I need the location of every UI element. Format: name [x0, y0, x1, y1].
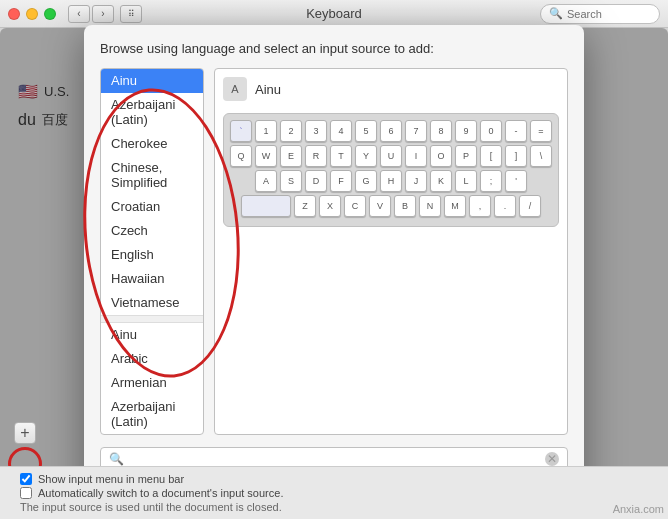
- kb-key: W: [255, 145, 277, 167]
- kb-key: 4: [330, 120, 352, 142]
- modal-body: Ainu Azerbaijani (Latin) Cherokee Chines…: [100, 68, 568, 435]
- kb-key: G: [355, 170, 377, 192]
- kb-key: J: [405, 170, 427, 192]
- kb-key: T: [330, 145, 352, 167]
- kb-key: K: [430, 170, 452, 192]
- kb-key: `: [230, 120, 252, 142]
- add-input-source-button[interactable]: +: [14, 422, 36, 444]
- auto-switch-checkbox[interactable]: [20, 487, 32, 499]
- forward-button[interactable]: ›: [92, 5, 114, 23]
- language-list-container: Ainu Azerbaijani (Latin) Cherokee Chines…: [100, 68, 204, 435]
- kb-key: [241, 195, 291, 217]
- main-content: 🇺🇸 U.S. du 百度 Browse using language and …: [0, 28, 668, 519]
- language-list[interactable]: Ainu Azerbaijani (Latin) Cherokee Chines…: [101, 69, 203, 434]
- show-input-menu-checkbox[interactable]: [20, 473, 32, 485]
- kb-key: .: [494, 195, 516, 217]
- kb-key: R: [305, 145, 327, 167]
- kb-key: L: [455, 170, 477, 192]
- kb-key: X: [319, 195, 341, 217]
- show-input-menu-label: Show input menu in menu bar: [38, 473, 184, 485]
- list-item[interactable]: Armenian: [101, 371, 203, 395]
- modal-search-input[interactable]: [128, 452, 545, 466]
- kb-key: H: [380, 170, 402, 192]
- kb-key: 7: [405, 120, 427, 142]
- list-item[interactable]: Czech: [101, 219, 203, 243]
- traffic-lights: [8, 8, 56, 20]
- watermark: Anxia.com: [613, 503, 664, 515]
- input-source-item[interactable]: A Ainu: [223, 77, 559, 101]
- maximize-button[interactable]: [44, 8, 56, 20]
- kb-key: ,: [469, 195, 491, 217]
- kb-key: 8: [430, 120, 452, 142]
- list-item[interactable]: Cherokee: [101, 132, 203, 156]
- grid-button[interactable]: ⠿: [120, 5, 142, 23]
- search-input[interactable]: [567, 8, 647, 20]
- minimize-button[interactable]: [26, 8, 38, 20]
- list-item[interactable]: Ainu: [101, 323, 203, 347]
- kb-key: /: [519, 195, 541, 217]
- kb-key: 2: [280, 120, 302, 142]
- search-icon: 🔍: [109, 452, 124, 466]
- keyboard-row-numbers: ` 1 2 3 4 5 6 7 8 9 0 - =: [230, 120, 552, 142]
- list-item[interactable]: Arabic: [101, 347, 203, 371]
- list-item[interactable]: Ainu: [101, 69, 203, 93]
- add-input-source-modal: Browse using language and select an inpu…: [84, 25, 584, 519]
- input-source-label: Ainu: [255, 82, 281, 97]
- list-item[interactable]: Hawaiian: [101, 267, 203, 291]
- kb-key: F: [330, 170, 352, 192]
- clear-search-button[interactable]: ✕: [545, 452, 559, 466]
- kb-key: =: [530, 120, 552, 142]
- list-item[interactable]: Azerbaijani (Latin): [101, 93, 203, 132]
- checkbox-row-1: Show input menu in menu bar: [20, 473, 648, 485]
- list-item[interactable]: English: [101, 243, 203, 267]
- kb-key: 0: [480, 120, 502, 142]
- kb-key: B: [394, 195, 416, 217]
- keyboard-row-qwerty: Q W E R T Y U I O P [ ] \: [230, 145, 552, 167]
- kb-key: D: [305, 170, 327, 192]
- keyboard-row-zxcv: Z X C V B N M , . /: [230, 195, 552, 217]
- kb-key: Y: [355, 145, 377, 167]
- kb-key: Q: [230, 145, 252, 167]
- titlebar: ‹ › ⠿ Keyboard 🔍: [0, 0, 668, 28]
- search-box[interactable]: 🔍: [540, 4, 660, 24]
- search-icon: 🔍: [549, 7, 563, 20]
- kb-key: A: [255, 170, 277, 192]
- kb-key: [: [480, 145, 502, 167]
- kb-key: V: [369, 195, 391, 217]
- modal-instruction: Browse using language and select an inpu…: [100, 41, 568, 56]
- kb-key: 5: [355, 120, 377, 142]
- input-source-icon: A: [223, 77, 247, 101]
- nav-buttons: ‹ › ⠿: [68, 5, 142, 23]
- kb-key: ;: [480, 170, 502, 192]
- list-item[interactable]: Chinese, Simplified: [101, 156, 203, 195]
- input-source-panel: A Ainu ` 1 2 3 4 5 6 7: [214, 68, 568, 435]
- kb-key: 6: [380, 120, 402, 142]
- list-divider: [101, 315, 203, 323]
- list-item[interactable]: Croatian: [101, 195, 203, 219]
- kb-key: 9: [455, 120, 477, 142]
- list-item[interactable]: Vietnamese: [101, 291, 203, 315]
- bottom-area: Show input menu in menu bar Automaticall…: [0, 466, 668, 519]
- keyboard-row-asdf: A S D F G H J K L ; ': [230, 170, 552, 192]
- checkbox-row-2: Automatically switch to a document's inp…: [20, 487, 648, 499]
- list-item[interactable]: Azerbaijani (Latin): [101, 395, 203, 434]
- kb-key: I: [405, 145, 427, 167]
- close-button[interactable]: [8, 8, 20, 20]
- window-title: Keyboard: [306, 6, 362, 21]
- kb-key: O: [430, 145, 452, 167]
- kb-key: S: [280, 170, 302, 192]
- kb-key: M: [444, 195, 466, 217]
- keyboard-preview: ` 1 2 3 4 5 6 7 8 9 0 - =: [223, 113, 559, 227]
- kb-key: 3: [305, 120, 327, 142]
- back-button[interactable]: ‹: [68, 5, 90, 23]
- kb-key: 1: [255, 120, 277, 142]
- modal-overlay: Browse using language and select an inpu…: [0, 28, 668, 519]
- kb-key: -: [505, 120, 527, 142]
- kb-key: E: [280, 145, 302, 167]
- kb-key: ': [505, 170, 527, 192]
- kb-key: \: [530, 145, 552, 167]
- kb-key: C: [344, 195, 366, 217]
- kb-key: P: [455, 145, 477, 167]
- kb-key: N: [419, 195, 441, 217]
- kb-key: Z: [294, 195, 316, 217]
